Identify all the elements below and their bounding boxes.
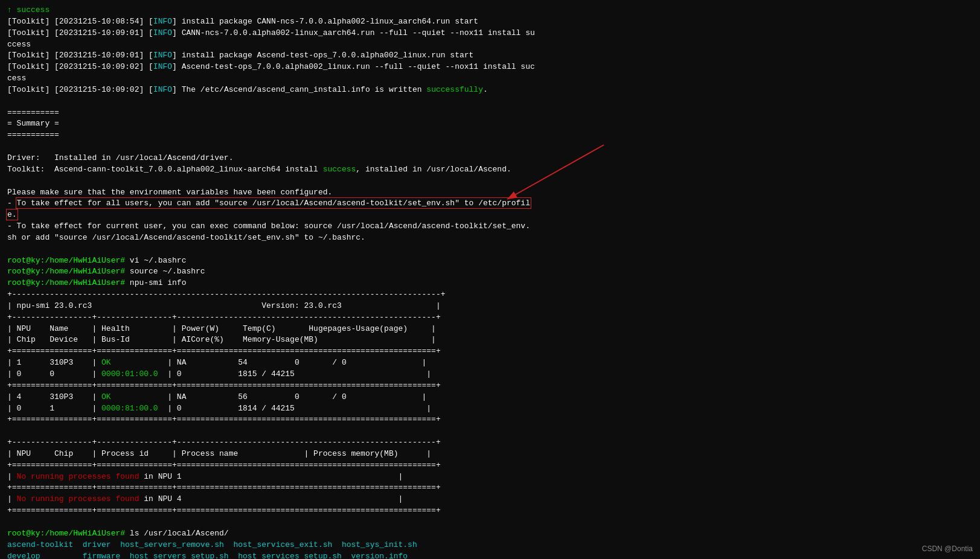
table-border-2: +-----------------+----------------+----… xyxy=(7,312,973,324)
table-proc-npu4: | No running processes found in NPU 4 | xyxy=(7,494,973,505)
highlight-box: To take effect for all users, you can ad… xyxy=(17,199,530,208)
line-18: - To take effect for all users, you can … xyxy=(7,198,973,209)
line-23: root@ky:/home/HwHiAiUser# vi ~/.bashrc xyxy=(7,255,973,267)
line-ls-result-1: ascend-toolkit driver host_servers_remov… xyxy=(7,540,973,551)
line-1: ↑ success xyxy=(7,5,973,16)
table-row-1b: | 0 0 | 0000:01:00.0 | 0 1815 / 44215 | xyxy=(7,369,973,380)
line-3: [Toolkit] [20231215-10:09:01] [INFO] CAN… xyxy=(7,28,973,39)
table-proc-border-1: +-----------------+----------------+----… xyxy=(7,437,973,449)
table-proc-npu1: | No running processes found in NPU 1 | xyxy=(7,471,973,483)
table-border-1: +---------------------------------------… xyxy=(7,289,973,301)
line-13 xyxy=(7,141,973,153)
table-version: | npu-smi 23.0.rc3 Version: 23.0.rc3 | xyxy=(7,301,973,312)
table-border-3: +=================+================+====… xyxy=(7,346,973,357)
line-16 xyxy=(7,176,973,187)
table-proc-border-3: +=================+================+====… xyxy=(7,482,973,494)
line-12: =========== xyxy=(7,130,973,141)
watermark: CSDN @Dontia xyxy=(922,544,973,554)
line-22 xyxy=(7,244,973,255)
table-row-2b: | 0 1 | 0000:81:00.0 | 0 1814 / 44215 | xyxy=(7,403,973,415)
table-spacer xyxy=(7,426,973,437)
line-19: e. xyxy=(7,209,973,221)
line-7: cess xyxy=(7,73,973,85)
highlight-box-2: e. xyxy=(7,210,17,219)
table-proc-border-4: +=================+================+====… xyxy=(7,505,973,517)
table-row-1a: | 1 310P3 | OK | NA 54 0 / 0 | xyxy=(7,357,973,369)
line-ls-result-2: develop firmware host_servers_setup.sh h… xyxy=(7,551,973,560)
line-8: [Toolkit] [20231215-10:09:02] [INFO] The… xyxy=(7,85,973,96)
table-border-5: +=================+================+====… xyxy=(7,414,973,426)
line-24: root@ky:/home/HwHiAiUser# source ~/.bash… xyxy=(7,266,973,278)
table-proc-header: | NPU Chip | Process id | Process name |… xyxy=(7,449,973,460)
line-20: - To take effect for current user, you c… xyxy=(7,221,973,232)
line-ls-ascend: root@ky:/home/HwHiAiUser# ls /usr/local/… xyxy=(7,528,973,540)
line-5: [Toolkit] [20231215-10:09:01] [INFO] ins… xyxy=(7,50,973,62)
line-2: [Toolkit] [20231215-10:08:54] [INFO] ins… xyxy=(7,16,973,28)
table-border-4: +=================+================+====… xyxy=(7,380,973,392)
line-9 xyxy=(7,96,973,107)
line-21: sh or add "source /usr/local/Ascend/asce… xyxy=(7,232,973,244)
line-17: Please make sure that the environment va… xyxy=(7,187,973,199)
table-proc-border-2: +=================+================+====… xyxy=(7,460,973,471)
line-15: Toolkit: Ascend-cann-toolkit_7.0.0.alpha… xyxy=(7,164,973,176)
table-row-2a: | 4 310P3 | OK | NA 56 0 / 0 | xyxy=(7,392,973,403)
table-header-2: | Chip Device | Bus-Id | AICore(%) Memor… xyxy=(7,334,973,346)
line-11: = Summary = xyxy=(7,118,973,130)
table-header-1: | NPU Name | Health | Power(W) Temp(C) H… xyxy=(7,324,973,335)
line-after-table xyxy=(7,517,973,528)
line-4: ccess xyxy=(7,39,973,51)
line-25: root@ky:/home/HwHiAiUser# npu-smi info xyxy=(7,278,973,289)
line-14: Driver: Installed in /usr/local/Ascend/d… xyxy=(7,153,973,164)
line-6: [Toolkit] [20231215-10:09:02] [INFO] Asc… xyxy=(7,62,973,73)
line-10: =========== xyxy=(7,107,973,119)
terminal: ↑ success [Toolkit] [20231215-10:08:54] … xyxy=(0,0,980,559)
